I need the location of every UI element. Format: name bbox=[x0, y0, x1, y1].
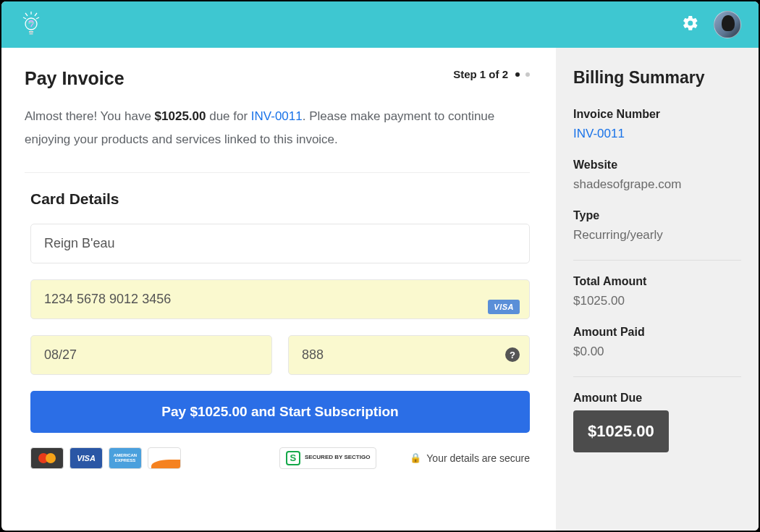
secure-note-text: Your details are secure bbox=[426, 452, 530, 464]
step-indicator: Step 1 of 2 bbox=[453, 68, 530, 80]
sidebar-divider-2 bbox=[573, 376, 741, 377]
mastercard-icon bbox=[30, 447, 64, 469]
pay-button[interactable]: Pay $1025.00 and Start Subscription bbox=[30, 391, 530, 433]
sectigo-text: SECURED BY SECTIGO bbox=[305, 455, 371, 461]
svg-point-0 bbox=[25, 18, 37, 30]
step-dot-2 bbox=[525, 72, 530, 77]
amount-paid-value: $0.00 bbox=[573, 345, 741, 359]
invoice-number-label: Invoice Number bbox=[573, 108, 741, 121]
settings-gear-icon[interactable] bbox=[682, 14, 699, 35]
billing-summary-sidebar: Billing Summary Invoice Number INV-0011 … bbox=[556, 48, 759, 531]
card-brand-badge: VISA bbox=[488, 300, 520, 314]
sidebar-divider-1 bbox=[573, 260, 741, 261]
top-bar bbox=[1, 1, 759, 48]
cvv-help-icon[interactable]: ? bbox=[505, 347, 520, 362]
website-value: shadesofgrape.com bbox=[573, 177, 741, 192]
step-label: Step 1 of 2 bbox=[453, 68, 508, 80]
billing-summary-title: Billing Summary bbox=[573, 68, 741, 88]
svg-rect-2 bbox=[30, 33, 33, 35]
sectigo-badge: S SECURED BY SECTIGO bbox=[279, 447, 377, 469]
secure-note: 🔒 Your details are secure bbox=[410, 452, 530, 464]
sectigo-mark-icon: S bbox=[286, 451, 300, 465]
subtext-middle: due for bbox=[206, 109, 250, 123]
subtext-prefix: Almost there! You have bbox=[25, 109, 155, 123]
lock-icon: 🔒 bbox=[410, 452, 421, 463]
amount-due-value: $1025.00 bbox=[573, 410, 669, 452]
svg-rect-1 bbox=[29, 31, 33, 33]
card-number-input[interactable] bbox=[30, 279, 530, 319]
card-details-title: Card Details bbox=[30, 190, 530, 208]
type-value: Recurring/yearly bbox=[573, 228, 741, 242]
subtext-amount: $1025.00 bbox=[155, 109, 206, 123]
accepted-cards: VISA AMERICAN EXPRESS bbox=[30, 447, 181, 469]
amount-due-label: Amount Due bbox=[573, 392, 741, 405]
invoice-subtext: Almost there! You have $1025.00 due for … bbox=[25, 105, 530, 152]
invoice-link[interactable]: INV-0011 bbox=[251, 109, 303, 123]
amex-icon: AMERICAN EXPRESS bbox=[109, 447, 142, 469]
discover-icon bbox=[148, 447, 181, 469]
website-label: Website bbox=[573, 159, 741, 172]
amount-paid-label: Amount Paid bbox=[573, 326, 741, 339]
app-logo[interactable] bbox=[22, 12, 41, 38]
visa-icon: VISA bbox=[69, 447, 103, 469]
cvv-input[interactable] bbox=[288, 335, 530, 375]
type-label: Type bbox=[573, 209, 741, 222]
step-dot-1 bbox=[515, 72, 520, 77]
cardholder-name-input[interactable] bbox=[30, 224, 530, 263]
invoice-number-link[interactable]: INV-0011 bbox=[573, 127, 741, 141]
total-amount-label: Total Amount bbox=[573, 275, 741, 288]
page-title: Pay Invoice bbox=[25, 68, 124, 89]
total-amount-value: $1025.00 bbox=[573, 294, 741, 308]
expiry-input[interactable] bbox=[30, 335, 272, 375]
user-avatar[interactable] bbox=[714, 11, 741, 38]
